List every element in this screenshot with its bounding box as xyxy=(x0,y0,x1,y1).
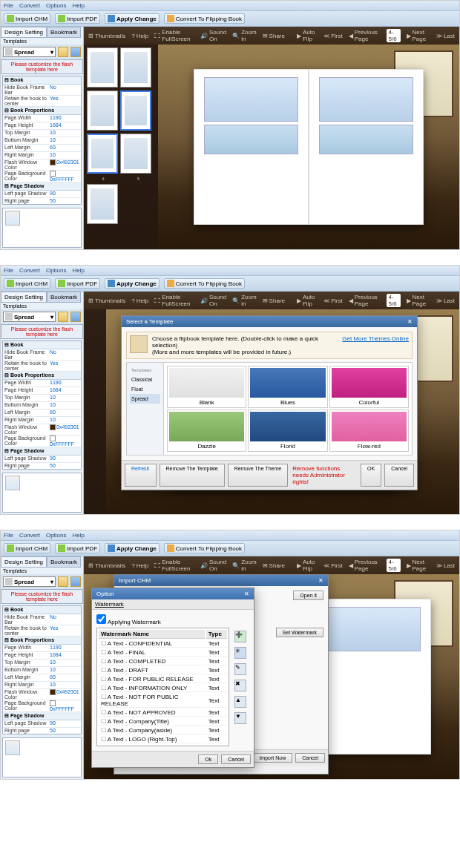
last-button[interactable]: ≫ Last xyxy=(436,297,455,304)
share-button[interactable]: ✉ Share xyxy=(263,562,285,569)
watermark-row[interactable]: A Text - FINALText xyxy=(99,649,227,657)
menu-file[interactable]: File xyxy=(4,267,13,274)
prev-button[interactable]: ◀ Previous Page xyxy=(349,559,381,572)
template-selector[interactable]: Spread▾ xyxy=(3,576,56,587)
prop-row[interactable]: Page Background Color0xFFFFFF xyxy=(3,435,81,447)
prop-value[interactable]: No xyxy=(50,349,79,360)
ok-button[interactable]: Ok xyxy=(198,754,218,764)
group-bookProp[interactable]: ⊟ Book Proportions xyxy=(3,372,81,380)
save-template-button-2[interactable] xyxy=(70,47,81,57)
prop-value[interactable]: 1190 xyxy=(50,380,79,387)
prop-row[interactable]: Right Margin10 xyxy=(3,682,81,689)
flipbook[interactable] xyxy=(194,69,424,225)
cancel-button[interactable]: Cancel xyxy=(384,464,414,487)
prop-row[interactable]: Page Background Color0xFFFFFF xyxy=(3,700,81,712)
next-button[interactable]: ▶ Next Page xyxy=(407,559,430,572)
watermark-row[interactable]: A Text - FOR PUBLIC RELEASEText xyxy=(99,676,227,683)
prop-row[interactable]: Page Background Color0xFFFFFF xyxy=(3,171,81,183)
prop-value[interactable]: 90 xyxy=(50,456,79,462)
watermark-row[interactable]: A Text - DRAFTText xyxy=(99,667,227,674)
tpl-blank[interactable]: Blank xyxy=(167,366,246,408)
zoom-button[interactable]: 🔍 Zoom in xyxy=(232,559,256,572)
watermark-list[interactable]: Watermark NameTypeA Text - CONFIDENTIALT… xyxy=(96,628,229,746)
import-pdf-button[interactable]: Import PDF xyxy=(55,13,100,24)
template-selector[interactable]: Spread▾ xyxy=(3,312,56,322)
cat-float[interactable]: Float xyxy=(130,384,160,394)
customize-template-button[interactable]: Please customize the flash template here xyxy=(1,59,83,74)
property-tree[interactable]: ⊟ BookHide Book Frame BarNoRetain the bo… xyxy=(2,341,82,470)
import-pdf-button[interactable]: Import PDF xyxy=(55,543,100,553)
group-book[interactable]: ⊟ Book xyxy=(3,341,81,349)
up-icon[interactable]: ▲ xyxy=(234,696,246,708)
prop-row[interactable]: Right page Shadow50 xyxy=(3,198,81,205)
apply-change-button[interactable]: Apply Change xyxy=(105,543,160,553)
menu-options[interactable]: Options xyxy=(46,2,67,9)
prop-value[interactable]: Yes xyxy=(50,96,79,106)
fullscreen-button[interactable]: ⛶ Enable FullScreen xyxy=(154,29,194,42)
cancel-button[interactable]: Cancel xyxy=(295,753,325,763)
edit-icon[interactable]: ✎ xyxy=(234,663,246,675)
prop-row[interactable]: Retain the book to centerYes xyxy=(3,625,81,637)
prop-row[interactable]: Left Margin60 xyxy=(3,674,81,682)
tab-bookmark[interactable]: Bookmark xyxy=(47,292,81,303)
prop-value[interactable]: 1684 xyxy=(50,122,79,129)
prop-row[interactable]: Left page Shadow90 xyxy=(3,720,81,728)
import-now-button[interactable]: Import Now xyxy=(252,753,292,763)
thumb-5[interactable] xyxy=(87,134,118,174)
ok-button[interactable]: OK xyxy=(361,464,381,487)
prop-value[interactable]: 1684 xyxy=(50,652,79,659)
prop-value[interactable]: 50 xyxy=(50,728,79,734)
prop-row[interactable]: Left Margin60 xyxy=(3,145,81,152)
template-selector[interactable]: Spread▾ xyxy=(3,47,56,57)
thumb-3[interactable] xyxy=(87,91,118,131)
prop-row[interactable]: Bottom Margin10 xyxy=(3,137,81,145)
applying-watermark-checkbox[interactable] xyxy=(96,614,106,624)
convert-button[interactable]: Convert To Flipping Book xyxy=(164,543,245,553)
watermark-row[interactable]: A Text - INFORMATION ONLYText xyxy=(99,685,227,692)
group-book[interactable]: ⊟ Book xyxy=(3,76,81,85)
share-button[interactable]: ✉ Share xyxy=(263,33,285,39)
close-icon[interactable]: ✕ xyxy=(407,318,413,325)
prop-value[interactable]: 0x492301 xyxy=(50,689,79,700)
prop-value[interactable]: 0x492301 xyxy=(50,160,79,170)
tpl-blues[interactable]: Blues xyxy=(248,366,327,408)
tab-design-setting[interactable]: Design Setting xyxy=(1,556,47,568)
close-icon[interactable]: ✕ xyxy=(244,591,249,597)
watermark-row[interactable]: A Text - COMPLETEDText xyxy=(99,658,227,665)
property-tree[interactable]: ⊟ BookHide Book Frame BarNoRetain the bo… xyxy=(2,76,82,205)
watermark-tab[interactable]: Watermark xyxy=(95,601,124,608)
prop-row[interactable]: Top Margin10 xyxy=(3,395,81,402)
prop-value[interactable]: Yes xyxy=(50,625,79,636)
autoflip-button[interactable]: ▶ Auto Flip xyxy=(297,559,318,572)
prop-value[interactable]: 50 xyxy=(50,463,79,470)
group-pageShadow[interactable]: ⊟ Page Shadow xyxy=(3,447,81,456)
first-button[interactable]: ≪ First xyxy=(323,33,343,39)
thumb-6[interactable] xyxy=(120,134,151,174)
property-tree[interactable]: ⊟ BookHide Book Frame BarNoRetain the bo… xyxy=(2,605,82,734)
tab-bookmark[interactable]: Bookmark xyxy=(47,27,81,38)
watermark-row[interactable]: A Text - CONFIDENTIALText xyxy=(99,640,227,648)
save-button[interactable] xyxy=(58,576,68,587)
menu-convert[interactable]: Convert xyxy=(19,2,40,9)
thumb-2[interactable] xyxy=(120,47,151,88)
prop-value[interactable]: 10 xyxy=(50,682,79,688)
import-chm-button[interactable]: Import CHM xyxy=(4,278,50,289)
new-icon[interactable]: ✳ xyxy=(234,647,246,659)
prop-row[interactable]: Hide Book Frame BarNo xyxy=(3,85,81,96)
watermark-row[interactable]: A Text - Company(Title)Text xyxy=(99,718,227,726)
group-pageShadow[interactable]: ⊟ Page Shadow xyxy=(3,183,81,191)
prop-row[interactable]: Bottom Margin10 xyxy=(3,402,81,410)
open-it-button[interactable]: Open it xyxy=(293,591,323,600)
thumb-4[interactable] xyxy=(120,91,151,131)
thumb-1[interactable] xyxy=(87,47,118,88)
cancel-button[interactable]: Cancel xyxy=(221,754,251,764)
prop-value[interactable]: No xyxy=(50,614,79,625)
prop-value[interactable]: 0xFFFFFF xyxy=(50,435,79,447)
cat-classical[interactable]: Classical xyxy=(130,375,160,384)
prop-value[interactable]: 10 xyxy=(50,667,79,674)
next-button[interactable]: ▶ Next Page xyxy=(407,29,430,42)
prop-row[interactable]: Page Height1684 xyxy=(3,387,81,395)
tpl-colorful[interactable]: Colorful xyxy=(329,366,409,408)
prop-value[interactable]: No xyxy=(50,85,79,95)
menu-help[interactable]: Help xyxy=(72,267,84,274)
